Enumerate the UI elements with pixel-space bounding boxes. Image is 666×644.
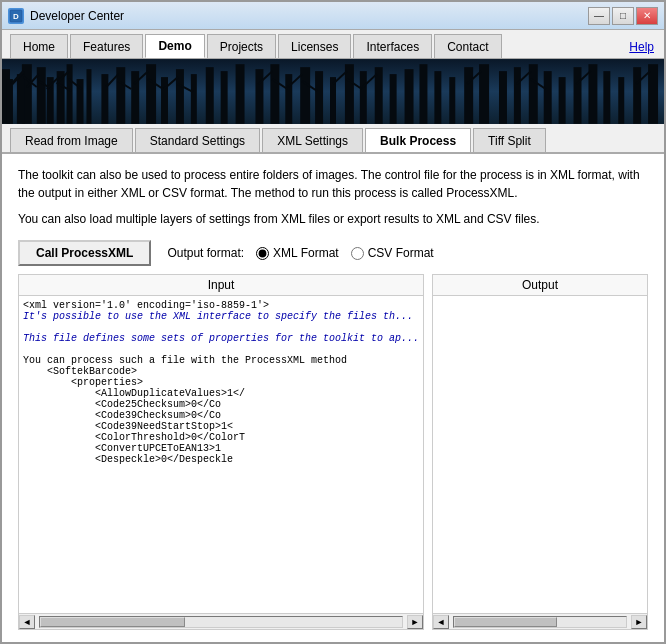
svg-rect-12 <box>86 69 91 124</box>
title-bar: D Developer Center — □ ✕ <box>2 2 664 30</box>
svg-rect-37 <box>255 69 263 124</box>
xml-format-label: XML Format <box>273 246 339 260</box>
horizontal-scrollbar[interactable] <box>39 616 403 628</box>
xml-comment-1: It's possible to use the XML interface t… <box>23 311 413 322</box>
tab-projects[interactable]: Projects <box>207 34 276 58</box>
close-button[interactable]: ✕ <box>636 7 658 25</box>
app-icon: D <box>8 8 24 24</box>
svg-rect-63 <box>648 64 658 124</box>
xml-comment-2: This file defines some sets of propertie… <box>23 333 419 344</box>
input-panel-scrollbar[interactable]: ◄ ► <box>19 613 423 629</box>
xml-code39-start: <Code39NeedStartStop>1< <box>23 421 233 432</box>
xml-properties: <properties> <box>23 377 143 388</box>
input-panel: Input <xml version='1.0' encoding='iso-8… <box>18 274 424 630</box>
tab-home[interactable]: Home <box>10 34 68 58</box>
xml-comment-3: You can process such a file with the Pro… <box>23 355 347 366</box>
main-window: D Developer Center — □ ✕ Home Features D… <box>0 0 666 644</box>
svg-rect-23 <box>131 71 139 124</box>
svg-rect-55 <box>529 64 538 124</box>
subtab-standard-settings[interactable]: Standard Settings <box>135 128 260 152</box>
output-format-label: Output format: <box>167 246 244 260</box>
svg-rect-6 <box>17 74 25 124</box>
xml-format-radio[interactable] <box>256 247 269 260</box>
tab-licenses[interactable]: Licenses <box>278 34 351 58</box>
svg-rect-30 <box>236 64 245 124</box>
output-panel-header: Output <box>433 275 647 296</box>
description-2: You can also load multiple layers of set… <box>18 210 648 228</box>
output-format-group: Output format: XML Format CSV Format <box>167 246 433 260</box>
svg-rect-52 <box>479 64 489 124</box>
window-controls: — □ ✕ <box>588 7 658 25</box>
svg-rect-46 <box>390 74 397 124</box>
csv-format-label: CSV Format <box>368 246 434 260</box>
output-horizontal-scrollbar[interactable] <box>453 616 627 628</box>
subtab-xml-settings[interactable]: XML Settings <box>262 128 363 152</box>
svg-rect-44 <box>360 71 367 124</box>
input-text-area[interactable]: <xml version='1.0' encoding='iso-8859-1'… <box>23 300 419 465</box>
scroll-left-button[interactable]: ◄ <box>19 615 35 629</box>
xml-barcode: <SoftekBarcode> <box>23 366 137 377</box>
svg-rect-61 <box>618 77 624 124</box>
svg-rect-49 <box>434 71 441 124</box>
io-panels: Input <xml version='1.0' encoding='iso-8… <box>18 274 648 630</box>
output-panel: Output ◄ ► <box>432 274 648 630</box>
scrollbar-thumb[interactable] <box>40 617 185 627</box>
svg-rect-54 <box>514 67 521 124</box>
minimize-button[interactable]: — <box>588 7 610 25</box>
svg-rect-57 <box>559 77 566 124</box>
window-title: Developer Center <box>30 9 588 23</box>
svg-rect-27 <box>191 74 197 124</box>
svg-rect-47 <box>405 69 414 124</box>
help-link[interactable]: Help <box>629 40 654 54</box>
tab-contact[interactable]: Contact <box>434 34 501 58</box>
controls-row: Call ProcessXML Output format: XML Forma… <box>18 240 648 266</box>
output-scroll-left-button[interactable]: ◄ <box>433 615 449 629</box>
input-panel-content[interactable]: <xml version='1.0' encoding='iso-8859-1'… <box>19 296 423 613</box>
banner-image <box>2 59 664 124</box>
svg-rect-39 <box>285 74 292 124</box>
description-1: The toolkit can also be used to process … <box>18 166 648 202</box>
svg-rect-41 <box>315 71 323 124</box>
xml-convert-upce: <ConvertUPCEToEAN13>1 <box>23 443 221 454</box>
call-processxml-button[interactable]: Call ProcessXML <box>18 240 151 266</box>
xml-code39: <Code39Checksum>0</Co <box>23 410 221 421</box>
main-navigation: Home Features Demo Projects Licenses Int… <box>2 30 664 59</box>
tab-demo[interactable]: Demo <box>145 34 204 58</box>
output-textarea[interactable] <box>437 300 643 480</box>
csv-format-radio[interactable] <box>351 247 364 260</box>
output-panel-content[interactable] <box>433 296 647 613</box>
tab-interfaces[interactable]: Interfaces <box>353 34 432 58</box>
svg-rect-48 <box>419 64 427 124</box>
subtab-tiff-split[interactable]: Tiff Split <box>473 128 546 152</box>
svg-rect-21 <box>101 74 108 124</box>
svg-rect-53 <box>499 71 507 124</box>
output-scroll-right-button[interactable]: ► <box>631 615 647 629</box>
xml-decl: <xml version='1.0' encoding='iso-8859-1'… <box>23 300 269 311</box>
maximize-button[interactable]: □ <box>612 7 634 25</box>
svg-rect-24 <box>146 64 156 124</box>
svg-rect-42 <box>330 77 336 124</box>
svg-rect-51 <box>464 67 473 124</box>
svg-rect-25 <box>161 77 168 124</box>
svg-text:D: D <box>13 12 19 21</box>
subtab-bulk-process[interactable]: Bulk Process <box>365 128 471 152</box>
svg-rect-60 <box>603 71 610 124</box>
xml-format-option[interactable]: XML Format <box>256 246 339 260</box>
xml-despeckle: <Despeckle>0</Despeckle <box>23 454 233 465</box>
svg-rect-58 <box>574 67 582 124</box>
output-panel-scrollbar[interactable]: ◄ ► <box>433 613 647 629</box>
scroll-right-button[interactable]: ► <box>407 615 423 629</box>
svg-rect-4 <box>7 79 13 124</box>
sub-navigation: Read from Image Standard Settings XML Se… <box>2 124 664 154</box>
tab-features[interactable]: Features <box>70 34 143 58</box>
input-panel-header: Input <box>19 275 423 296</box>
svg-rect-50 <box>449 77 455 124</box>
xml-code25: <Code25Checksum>0</Co <box>23 399 221 410</box>
subtab-read-from-image[interactable]: Read from Image <box>10 128 133 152</box>
svg-rect-28 <box>206 67 214 124</box>
csv-format-option[interactable]: CSV Format <box>351 246 434 260</box>
output-scrollbar-thumb[interactable] <box>454 617 557 627</box>
svg-rect-29 <box>221 71 228 124</box>
svg-rect-62 <box>633 67 641 124</box>
svg-rect-59 <box>588 64 597 124</box>
